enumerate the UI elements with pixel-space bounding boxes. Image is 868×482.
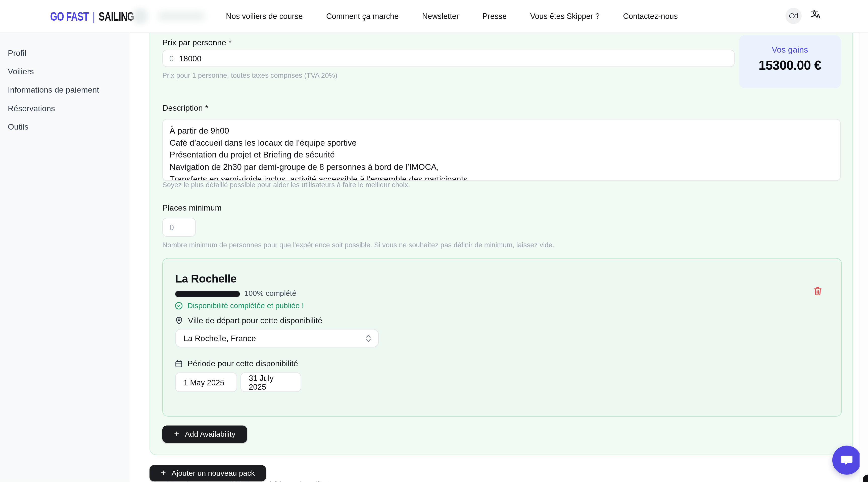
period-label-row: Période pour cette disponibilité [175, 359, 298, 368]
period-label: Période pour cette disponibilité [187, 359, 298, 368]
check-circle-icon [175, 302, 183, 310]
plus-icon: + [174, 429, 180, 439]
description-line: Présentation du projet et Briefing de sé… [169, 149, 834, 161]
logo-part-gofast: GO FAST [50, 9, 89, 23]
city-label-row: Ville de départ pour cette disponibilité [175, 316, 322, 325]
calendar-icon [175, 359, 183, 368]
description-line: Café d’accueil dans les locaux de l’équi… [169, 137, 834, 149]
page: GO FAST | SAILING Nos voiliers de course… [0, 0, 868, 482]
min-places-label: Places minimum [162, 203, 222, 212]
main-content: Prix par personne * € Prix pour 1 person… [129, 32, 868, 482]
description-textarea[interactable]: À partir de 9h00 Café d’accueil dans les… [162, 119, 841, 181]
add-availability-label: Add Availability [185, 430, 236, 438]
date-end-input[interactable]: 31 July 2025 [241, 373, 301, 392]
site-logo[interactable]: GO FAST | SAILING [50, 9, 134, 24]
sidebar-item-informations-paiement[interactable]: Informations de paiement [8, 84, 129, 96]
blurred-avatar [132, 8, 148, 24]
description-helper-text: Soyez le plus détaillé possible pour aid… [162, 181, 410, 189]
delete-availability-button[interactable] [813, 286, 823, 296]
logo-part-sailing: SAILING [99, 9, 134, 23]
add-availability-button[interactable]: + Add Availability [162, 425, 247, 443]
description-label: Description * [162, 104, 208, 112]
chat-widget-button[interactable] [832, 446, 861, 475]
availability-card: La Rochelle 100% complété Disponibilité … [162, 258, 842, 417]
nav-item-contactez-nous[interactable]: Contactez-nous [623, 12, 678, 21]
chat-bubble-icon [840, 453, 854, 467]
top-navbar: GO FAST | SAILING Nos voiliers de course… [0, 0, 868, 33]
main-nav: Nos voiliers de course Comment ça marche… [226, 0, 678, 32]
account-sidebar: Profil Voiliers Informations de paiement… [0, 32, 129, 482]
availability-status-text: Disponibilité complétée et publiée ! [187, 302, 304, 310]
availability-status: Disponibilité complétée et publiée ! [175, 302, 304, 310]
nav-item-vous-etes-skipper[interactable]: Vous êtes Skipper ? [530, 12, 599, 21]
city-select[interactable]: La Rochelle, France [175, 329, 379, 347]
sidebar-item-voiliers[interactable]: Voiliers [8, 66, 129, 78]
page-scrollbar[interactable] [860, 0, 868, 482]
price-helper-text: Prix pour 1 personne, toutes taxes compr… [162, 72, 338, 79]
location-pin-icon [175, 316, 184, 325]
sidebar-item-reservations[interactable]: Réservations [8, 103, 129, 114]
price-field[interactable]: € [162, 50, 735, 67]
trash-icon [813, 286, 823, 296]
logo-separator: | [92, 9, 95, 23]
plus-icon: + [161, 468, 166, 478]
city-label: Ville de départ pour cette disponibilité [188, 316, 322, 325]
user-avatar[interactable]: Cd [785, 8, 801, 24]
add-pack-button[interactable]: + Ajouter un nouveau pack [150, 465, 266, 481]
progress-bar [175, 291, 240, 297]
blurred-boat-name [157, 12, 205, 21]
progress-label: 100% complété [244, 289, 296, 297]
gains-label: Vos gains [739, 45, 841, 54]
price-label: Prix par personne * [162, 38, 232, 47]
gains-amount: 15300.00 € [739, 58, 841, 73]
city-select-value: La Rochelle, France [183, 334, 365, 343]
sidebar-item-profil[interactable]: Profil [8, 48, 129, 59]
description-line: Navigation de 2h30 par demi-groupe de 8 … [169, 161, 834, 173]
nav-item-presse[interactable]: Presse [483, 12, 507, 21]
nav-item-newsletter[interactable]: Newsletter [422, 12, 459, 21]
select-chevrons-icon [365, 334, 371, 343]
sidebar-item-outils[interactable]: Outils [8, 121, 129, 133]
price-input[interactable] [178, 53, 682, 63]
nav-item-comment-ca-marche[interactable]: Comment ça marche [326, 12, 399, 21]
translate-icon[interactable]: 文 A [811, 10, 824, 22]
min-places-input[interactable] [162, 218, 196, 237]
min-places-helper-text: Nombre minimum de personnes pour que l'e… [162, 241, 554, 249]
euro-prefix: € [169, 54, 174, 63]
clipped-footer-helper-text: Une fois votre pack complété, il sera vi… [152, 480, 345, 482]
date-start-input[interactable]: 1 May 2025 [175, 373, 237, 392]
add-pack-label: Ajouter un nouveau pack [172, 469, 255, 478]
description-line: À partir de 9h00 [169, 124, 834, 137]
nav-item-voiliers-de-course[interactable]: Nos voiliers de course [226, 12, 303, 21]
gains-box: Vos gains 15300.00 € [739, 35, 841, 88]
description-line-clipped: Transferts en semi-rigide inclus, activi… [169, 173, 834, 181]
availability-title: La Rochelle [175, 273, 237, 285]
